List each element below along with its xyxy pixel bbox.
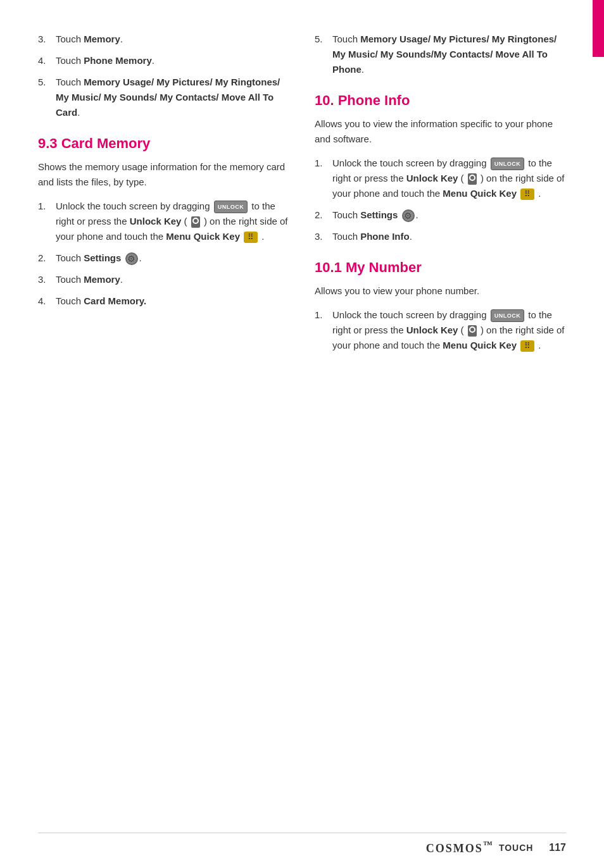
- unlock-key-icon: [191, 216, 200, 228]
- unlock-button-icon: UNLOCK: [214, 201, 248, 213]
- list-text: Touch Memory.: [56, 32, 289, 47]
- unlock-key-icon: [468, 173, 477, 185]
- section-101-body: Allows you to view your phone number.: [315, 283, 566, 299]
- list-number: 4.: [38, 53, 56, 68]
- list-item: 2. Touch Settings .: [38, 251, 289, 266]
- left-column: 3. Touch Memory. 4. Touch Phone Memory. …: [38, 32, 289, 359]
- list-item: 1. Unlock the touch screen by dragging U…: [38, 199, 289, 244]
- list-number: 1.: [315, 156, 332, 171]
- list-text: Touch Memory Usage/ My Pictures/ My Ring…: [56, 75, 289, 120]
- list-text: Touch Phone Memory.: [56, 53, 289, 68]
- list-text: Unlock the touch screen by dragging UNLO…: [56, 199, 289, 244]
- list-number: 3.: [38, 272, 56, 287]
- menu-quick-key-icon: [520, 340, 534, 352]
- menu-quick-key-icon: [520, 189, 534, 200]
- two-column-layout: 3. Touch Memory. 4. Touch Phone Memory. …: [38, 32, 566, 359]
- list-item: 5. Touch Memory Usage/ My Pictures/ My R…: [315, 32, 566, 77]
- menu-quick-key-icon: [244, 232, 258, 243]
- unlock-button-icon: UNLOCK: [491, 158, 525, 170]
- list-number: 5.: [315, 32, 332, 47]
- list-text: Touch Phone Info.: [332, 229, 566, 244]
- page-number: 117: [549, 842, 566, 853]
- list-item: 3. Touch Phone Info.: [315, 229, 566, 244]
- page-container: 3. Touch Memory. 4. Touch Phone Memory. …: [0, 0, 604, 868]
- list-number: 2.: [315, 208, 332, 223]
- list-item: 4. Touch Card Memory.: [38, 294, 289, 309]
- brand-trademark: ™: [483, 840, 494, 850]
- right-column: 5. Touch Memory Usage/ My Pictures/ My R…: [315, 32, 566, 359]
- list-number: 2.: [38, 251, 56, 266]
- section-101-title: 10.1 My Number: [315, 259, 566, 276]
- list-text: Touch Memory.: [56, 272, 289, 287]
- settings-icon: [402, 209, 415, 222]
- list-number: 3.: [315, 229, 332, 244]
- settings-icon: [125, 252, 138, 265]
- section-10-title: 10. Phone Info: [315, 92, 566, 109]
- list-item: 3. Touch Memory.: [38, 32, 289, 47]
- pink-tab: [593, 0, 604, 57]
- section-93-body: Shows the memory usage information for t…: [38, 159, 289, 190]
- list-number: 1.: [38, 199, 56, 214]
- list-text: Touch Card Memory.: [56, 294, 289, 309]
- section-93-title: 9.3 Card Memory: [38, 135, 289, 152]
- list-text: Unlock the touch screen by dragging UNLO…: [332, 307, 566, 353]
- section-10-body: Allows you to view the information speci…: [315, 116, 566, 147]
- list-item: 1. Unlock the touch screen by dragging U…: [315, 156, 566, 201]
- list-number: 4.: [38, 294, 56, 309]
- list-text: Touch Settings .: [332, 208, 566, 223]
- list-item: 2. Touch Settings .: [315, 208, 566, 223]
- unlock-button-icon: UNLOCK: [491, 309, 525, 322]
- list-text: Touch Memory Usage/ My Pictures/ My Ring…: [332, 32, 566, 77]
- list-item: 3. Touch Memory.: [38, 272, 289, 287]
- list-item: 5. Touch Memory Usage/ My Pictures/ My R…: [38, 75, 289, 120]
- list-number: 5.: [38, 75, 56, 90]
- list-item: 4. Touch Phone Memory.: [38, 53, 289, 68]
- list-item: 1. Unlock the touch screen by dragging U…: [315, 307, 566, 353]
- list-text: Unlock the touch screen by dragging UNLO…: [332, 156, 566, 201]
- footer-divider: [38, 833, 566, 833]
- brand-logo: COSMOS™: [426, 840, 494, 855]
- list-text: Touch Settings .: [56, 251, 289, 266]
- list-number: 1.: [315, 307, 332, 323]
- model-name: TOUCH: [499, 843, 534, 853]
- list-number: 3.: [38, 32, 56, 47]
- unlock-key-icon: [468, 325, 477, 337]
- footer: COSMOS™ TOUCH 117: [426, 840, 566, 855]
